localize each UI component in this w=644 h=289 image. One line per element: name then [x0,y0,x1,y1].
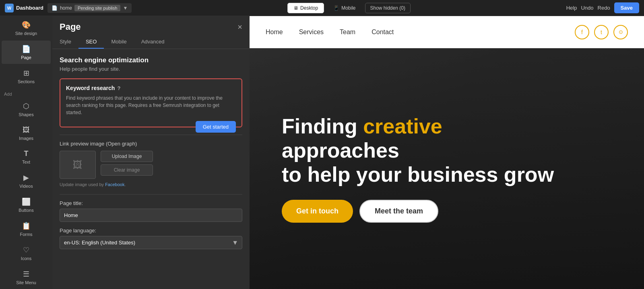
nav-link-home[interactable]: Home [266,29,283,36]
sidebar-item-label-site-menu: Site Menu [16,280,36,285]
page-title-label: Page title: [60,200,242,206]
sidebar-item-sections[interactable]: ⊞ Sections [2,65,51,88]
panel-header: Page × [52,16,250,35]
nav-link-team[interactable]: Team [340,29,355,36]
help-button[interactable]: Help [566,5,577,11]
image-upload-area: 🖼 Upload Image Clear image [60,151,242,179]
sidebar-item-label-site-design: Site design [15,31,37,36]
facebook-link[interactable]: Facebook [105,182,124,187]
mobile-view-button[interactable]: 📱 Mobile [327,3,361,13]
images-icon: 🖼 [23,126,30,134]
sidebar-item-text[interactable]: T Text [2,146,51,168]
mobile-label: Mobile [341,5,355,11]
forms-icon: 📋 [22,221,31,230]
tab-mobile[interactable]: Mobile [104,35,134,49]
dashboard-label: Dashboard [16,5,43,11]
tab-style[interactable]: Style [52,35,78,49]
sidebar-item-buttons[interactable]: ⬜ Buttons [2,193,51,217]
sidebar-item-site-menu[interactable]: ☰ Site Menu [2,266,51,289]
get-in-touch-button[interactable]: Get in touch [282,200,353,223]
facebook-icon: f [581,29,583,35]
dashboard-logo[interactable]: W Dashboard [5,4,43,12]
desktop-view-button[interactable]: 🖥 Desktop [287,3,324,13]
desktop-icon: 🖥 [293,5,298,11]
page-tab-icon: 📄 [52,5,58,11]
sidebar-item-forms[interactable]: 📋 Forms [2,217,51,241]
sidebar-item-label-sections: Sections [18,79,35,84]
sidebar-item-page[interactable]: 📄 Page [2,41,51,64]
sections-icon: ⊞ [23,69,29,78]
shapes-icon: ⬡ [23,102,29,111]
hero-title-line2: to help your business grow [282,163,554,186]
facebook-social-icon[interactable]: f [575,25,589,39]
pending-badge: Pending site publish [74,5,120,11]
seo-title: Search engine optimization [60,56,242,64]
undo-button[interactable]: Undo [581,5,593,11]
image-upload-buttons: Upload Image Clear image [101,151,153,176]
sidebar-item-label-videos: Videos [19,184,33,189]
icons-icon: ♡ [23,246,29,254]
page-language-wrapper: en-US: English (United States) ▼ [60,236,242,249]
get-started-button[interactable]: Get started [196,121,236,133]
page-language-select[interactable]: en-US: English (United States) [60,236,242,249]
show-hidden-button[interactable]: Show hidden (0) [365,3,411,13]
image-placeholder: 🖼 [60,151,96,179]
sidebar-item-label-buttons: Buttons [19,208,33,213]
sidebar-item-label-images: Images [19,136,33,141]
keyword-research-box: Keyword research ? Find keyword phrases … [60,78,242,127]
seo-desc: Help people find your site. [60,66,242,72]
meet-team-button[interactable]: Meet the team [359,200,438,223]
sidebar-item-images[interactable]: 🖼 Images [2,122,51,145]
site-nav: Home Services Team Contact f t ⊙ [250,16,644,48]
hero-title-part1: Finding [282,115,363,138]
page-title-input[interactable] [60,209,242,222]
sidebar-item-label-page: Page [21,55,31,60]
tab-seo[interactable]: SEO [78,35,104,49]
logo-icon: W [5,4,14,12]
instagram-social-icon[interactable]: ⊙ [613,25,628,39]
twitter-social-icon[interactable]: t [594,25,609,39]
close-panel-button[interactable]: × [237,23,242,32]
hero-title-part2: approaches [282,139,399,162]
page-tab[interactable]: 📄 home Pending site publish ▼ [47,3,132,13]
panel-title: Page [60,22,81,32]
sidebar-item-label-shapes: Shapes [19,112,33,117]
nav-link-contact[interactable]: Contact [372,29,394,36]
keyword-title-text: Keyword research [66,85,115,91]
dropdown-arrow-icon[interactable]: ▼ [123,5,128,11]
clear-image-button[interactable]: Clear image [101,164,153,176]
panel-content: Search engine optimization Help people f… [52,49,250,262]
upload-image-button[interactable]: Upload Image [101,151,153,162]
website-preview: Home Services Team Contact f t ⊙ [250,16,644,289]
panel-tabs: Style SEO Mobile Advanced [52,35,250,49]
sidebar-item-shapes[interactable]: ⬡ Shapes [2,98,51,121]
instagram-icon: ⊙ [619,29,623,35]
divider-2 [60,194,242,195]
image-placeholder-icon: 🖼 [73,159,83,170]
sidebar-item-videos[interactable]: ▶ Videos [2,169,51,193]
help-icon[interactable]: ? [117,85,120,91]
mobile-icon: 📱 [333,5,339,11]
topbar-center: 🖥 Desktop 📱 Mobile Show hidden (0) [287,3,411,13]
redo-button[interactable]: Redo [598,5,610,11]
save-button[interactable]: Save [614,2,639,13]
sidebar-item-label-forms: Forms [20,232,32,237]
divider-1 [60,135,242,135]
page-icon: 📄 [22,45,31,53]
site-design-icon: 🎨 [22,20,31,29]
nav-link-services[interactable]: Services [299,29,324,36]
sidebar-item-label-icons: Icons [21,256,31,261]
keyword-box-title: Keyword research ? [66,85,236,91]
sidebar-item-icons[interactable]: ♡ Icons [2,242,51,265]
videos-icon: ▶ [23,173,29,182]
left-sidebar: 🎨 Site design 📄 Page ⊞ Sections Add ⬡ Sh… [0,16,52,289]
add-section-label: Add [0,88,52,97]
hero-buttons: Get in touch Meet the team [282,200,564,223]
topbar-right: Help Undo Redo Save [566,2,639,13]
hero-title: Finding creative approaches to help your… [282,115,564,187]
tab-advanced[interactable]: Advanced [134,35,172,49]
keyword-box-desc: Find keyword phrases that you can includ… [66,94,236,116]
text-icon: T [24,150,29,158]
nav-social: f t ⊙ [575,25,628,39]
sidebar-item-site-design[interactable]: 🎨 Site design [2,16,51,40]
